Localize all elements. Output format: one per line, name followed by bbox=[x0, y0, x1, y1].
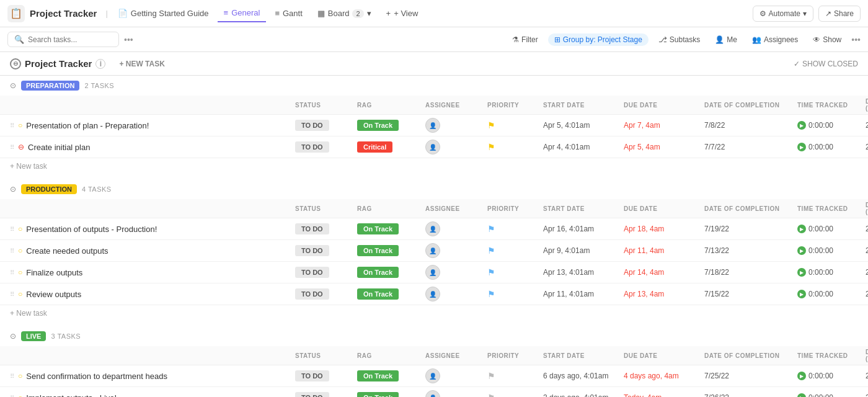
task-time-tracked[interactable]: ▶ 0:00:00 bbox=[797, 372, 866, 380]
section-count-live: 3 TASKS bbox=[51, 332, 81, 340]
task-time-tracked[interactable]: ▶ 0:00:00 bbox=[797, 393, 866, 397]
section-toggle-live[interactable]: ⊙ bbox=[10, 332, 16, 341]
rag-badge[interactable]: On Track bbox=[357, 267, 399, 278]
new-task-button-preparation[interactable]: + New task bbox=[0, 158, 868, 174]
col-header-rag: RAG bbox=[357, 352, 425, 359]
task-assignee-cell[interactable]: 👤 bbox=[425, 118, 487, 133]
col-header-priority: PRIORITY bbox=[487, 102, 543, 109]
col-header-start-date: START DATE bbox=[543, 102, 624, 109]
rag-badge[interactable]: On Track bbox=[357, 370, 399, 381]
page-header: ⊖ Project Tracker i + NEW TASK ✓ SHOW CL… bbox=[0, 52, 868, 76]
task-name-text[interactable]: Create initial plan bbox=[28, 143, 90, 152]
rag-badge[interactable]: On Track bbox=[357, 288, 399, 300]
task-priority-cell[interactable]: ⚑ bbox=[487, 224, 543, 234]
task-status-cell: TO DO bbox=[295, 120, 357, 131]
time-value: 0:00:00 bbox=[808, 268, 833, 277]
task-rag-cell: Critical bbox=[357, 141, 425, 153]
task-priority-cell[interactable]: ⚑ bbox=[487, 120, 543, 130]
task-completion-date: 7/7/22 bbox=[704, 143, 797, 151]
subtasks-icon: ⎇ bbox=[658, 35, 667, 44]
task-name-text[interactable]: Send confirmation to department heads bbox=[26, 372, 167, 381]
time-circle-icon: ▶ bbox=[797, 268, 806, 277]
task-assignee-cell[interactable]: 👤 bbox=[425, 368, 487, 383]
task-status-cell: TO DO bbox=[295, 223, 357, 234]
col-header-time-tracked: TIME TRACKED bbox=[797, 352, 866, 359]
automate-button[interactable]: ⚙ Automate ▾ bbox=[753, 6, 813, 22]
task-name-text[interactable]: Implement outputs - Live! bbox=[26, 393, 117, 398]
priority-flag-icon: ⚑ bbox=[487, 142, 495, 152]
rag-badge[interactable]: On Track bbox=[357, 245, 399, 256]
status-badge[interactable]: TO DO bbox=[295, 245, 329, 256]
share-button[interactable]: ↗ Share bbox=[818, 6, 861, 22]
task-assignee-cell[interactable]: 👤 bbox=[425, 243, 487, 258]
task-priority-cell[interactable]: ⚑ bbox=[487, 246, 543, 256]
status-badge[interactable]: TO DO bbox=[295, 288, 329, 300]
task-name-text[interactable]: Presentation of plan - Preparation! bbox=[26, 121, 149, 130]
info-icon[interactable]: i bbox=[95, 59, 105, 69]
status-badge[interactable]: TO DO bbox=[295, 370, 329, 381]
task-name-text[interactable]: Presentation of outputs - Production! bbox=[26, 225, 157, 234]
toolbar-more-button[interactable]: ••• bbox=[124, 35, 133, 45]
task-assignee-cell[interactable]: 👤 bbox=[425, 390, 487, 397]
section-preparation: ⊙ PREPARATION 2 TASKS STATUSRAGASSIGNEEP… bbox=[0, 76, 868, 174]
status-badge[interactable]: TO DO bbox=[295, 223, 329, 234]
task-time-tracked[interactable]: ▶ 0:00:00 bbox=[797, 290, 866, 298]
app-title: Project Tracker bbox=[30, 8, 97, 19]
col-header-duration-(days): DURATION (DAYS) bbox=[866, 349, 868, 362]
avatar: 👤 bbox=[425, 265, 440, 280]
status-badge[interactable]: TO DO bbox=[295, 267, 329, 278]
new-task-button[interactable]: + NEW TASK bbox=[114, 58, 169, 70]
task-time-tracked[interactable]: ▶ 0:00:00 bbox=[797, 121, 866, 130]
show-closed-button[interactable]: ✓ SHOW CLOSED bbox=[794, 60, 858, 68]
rag-badge[interactable]: On Track bbox=[357, 223, 399, 234]
tab-add-view[interactable]: + + View bbox=[380, 5, 425, 22]
section-live: ⊙ LIVE 3 TASKS STATUSRAGASSIGNEEPRIORITY… bbox=[0, 326, 868, 397]
group-by-button[interactable]: ⊞ Group by: Project Stage bbox=[548, 33, 649, 46]
task-assignee-cell[interactable]: 👤 bbox=[425, 140, 487, 154]
task-priority-cell[interactable]: ⚑ bbox=[487, 142, 543, 152]
task-time-tracked[interactable]: ▶ 0:00:00 bbox=[797, 143, 866, 151]
toolbar-overflow-button[interactable]: ••• bbox=[851, 35, 861, 45]
task-time-tracked[interactable]: ▶ 0:00:00 bbox=[797, 225, 866, 233]
tab-gantt[interactable]: ≡ Gantt bbox=[268, 5, 308, 22]
section-toggle-preparation[interactable]: ⊙ bbox=[10, 81, 16, 90]
search-input[interactable] bbox=[28, 35, 112, 44]
tab-general[interactable]: ≡ General bbox=[218, 4, 267, 22]
task-name-text[interactable]: Review outputs bbox=[26, 290, 81, 299]
task-name-text[interactable]: Create needed outputs bbox=[26, 246, 108, 256]
rag-badge[interactable]: Critical bbox=[357, 141, 392, 153]
task-time-tracked[interactable]: ▶ 0:00:00 bbox=[797, 246, 866, 255]
status-badge[interactable]: TO DO bbox=[295, 120, 329, 131]
task-rag-cell: On Track bbox=[357, 267, 425, 278]
task-priority-cell[interactable]: ⚑ bbox=[487, 393, 543, 397]
app-icon: 📋 bbox=[7, 5, 25, 22]
new-task-button-production[interactable]: + New task bbox=[0, 305, 868, 321]
task-name-text[interactable]: Finalize outputs bbox=[26, 268, 82, 277]
section-badge-production: PRODUCTION bbox=[21, 184, 77, 194]
task-priority-cell[interactable]: ⚑ bbox=[487, 289, 543, 299]
tab-getting-started[interactable]: 📄 Getting Started Guide bbox=[112, 5, 215, 22]
collapse-icon[interactable]: ⊖ bbox=[10, 58, 21, 69]
subtasks-button[interactable]: ⎇ Subtasks bbox=[653, 33, 705, 47]
task-assignee-cell[interactable]: 👤 bbox=[425, 221, 487, 236]
status-badge[interactable]: TO DO bbox=[295, 392, 329, 397]
rag-badge[interactable]: On Track bbox=[357, 120, 399, 131]
task-assignee-cell[interactable]: 👤 bbox=[425, 265, 487, 280]
search-box[interactable]: 🔍 bbox=[7, 32, 119, 47]
col-header-assignee: ASSIGNEE bbox=[425, 102, 487, 109]
filter-button[interactable]: ⚗ Filter bbox=[507, 33, 543, 47]
task-priority-cell[interactable]: ⚑ bbox=[487, 371, 543, 381]
rag-badge[interactable]: On Track bbox=[357, 392, 399, 397]
task-time-tracked[interactable]: ▶ 0:00:00 bbox=[797, 268, 866, 277]
task-priority-cell[interactable]: ⚑ bbox=[487, 267, 543, 277]
status-badge[interactable]: TO DO bbox=[295, 141, 329, 153]
show-button[interactable]: 👁 Show bbox=[808, 33, 846, 47]
assignees-button[interactable]: 👥 Assignees bbox=[747, 33, 803, 47]
me-button[interactable]: 👤 Me bbox=[710, 33, 742, 47]
plus-icon: + bbox=[386, 9, 391, 18]
add-view-label: + View bbox=[394, 9, 418, 18]
section-toggle-production[interactable]: ⊙ bbox=[10, 185, 16, 194]
tab-board[interactable]: ▦ Board 2 ▾ bbox=[311, 5, 378, 22]
col-header-due-date: DUE DATE bbox=[624, 352, 704, 359]
task-assignee-cell[interactable]: 👤 bbox=[425, 287, 487, 301]
